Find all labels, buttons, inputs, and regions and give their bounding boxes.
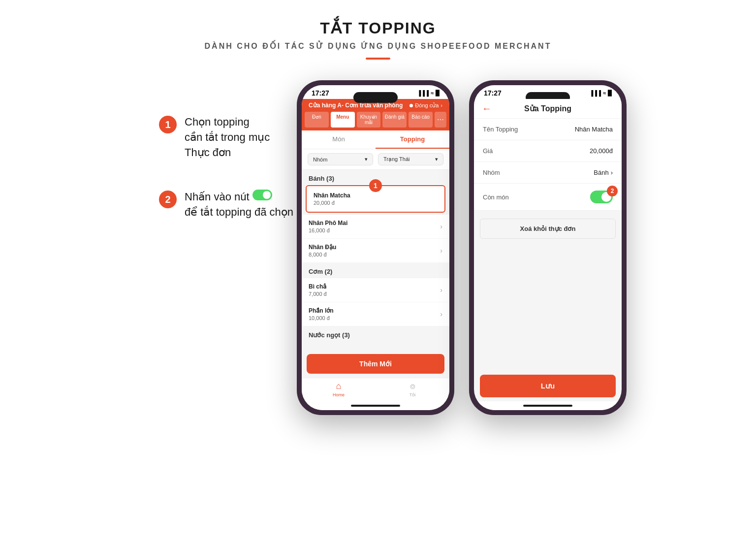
chevron-dau: › bbox=[440, 247, 442, 255]
home-icon: ⌂ bbox=[336, 381, 342, 391]
step-indicator-2: 2 bbox=[607, 186, 618, 196]
nav-toi-label: Tôi bbox=[410, 392, 416, 397]
add-topping-button[interactable]: Thêm Mới bbox=[307, 354, 444, 374]
home-indicator-2 bbox=[474, 401, 622, 410]
topping-item-dau[interactable]: Nhân Đậu 8,000 đ › bbox=[302, 239, 449, 262]
signal-icon: ▐▐▐ bbox=[417, 90, 429, 96]
field-nhom: Nhóm Bánh › bbox=[474, 162, 622, 184]
label-gia: Giá bbox=[483, 147, 493, 155]
time-2: 17:27 bbox=[484, 89, 502, 97]
chevron-phan-lon: › bbox=[440, 310, 442, 318]
chevron-pho-mai: › bbox=[440, 223, 442, 230]
topping-list: Bánh (3) 1 Nhân Matcha 20,000 đ Nhân Phô… bbox=[302, 170, 449, 350]
page-header: TẮT TOPPING DÀNH CHO ĐỐI TÁC SỬ DỤNG ỨNG… bbox=[0, 0, 756, 65]
nav-toi[interactable]: ⌾ Tôi bbox=[376, 381, 449, 397]
tab-khuyen-mai[interactable]: Khuyến mãi bbox=[357, 112, 381, 128]
battery-icon-2: ▉ bbox=[608, 90, 612, 97]
store-status: Đóng cửa › bbox=[410, 102, 442, 109]
field-gia: Giá 20,000đ bbox=[474, 140, 622, 162]
value-gia: 20,000đ bbox=[590, 147, 613, 155]
field-ten-topping: Tên Topping Nhân Matcha bbox=[474, 119, 622, 140]
back-button[interactable]: ← bbox=[482, 103, 492, 114]
nav-home-label: Home bbox=[333, 392, 345, 397]
instruction-text-1: Chọn toppingcần tắt trong mụcThực đơn bbox=[185, 115, 270, 160]
status-icons-1: ▐▐▐ ≈ ▉ bbox=[417, 90, 440, 97]
status-bar-1: 17:27 ▐▐▐ ≈ ▉ bbox=[302, 85, 449, 99]
field-con-mon: Còn món 2 bbox=[474, 184, 622, 211]
topping-item-bi-cha[interactable]: Bì chả 7,000 đ › bbox=[302, 278, 449, 302]
filter-row: Nhóm ▾ Trạng Thái ▾ bbox=[302, 149, 449, 170]
battery-icon: ▉ bbox=[436, 90, 440, 97]
time-1: 17:27 bbox=[312, 89, 329, 97]
chevron-nhom: › bbox=[611, 169, 613, 176]
tab-danh-gia[interactable]: Đánh giá bbox=[382, 112, 407, 128]
wifi-icon: ≈ bbox=[431, 90, 434, 96]
step-badge-2: 2 bbox=[159, 191, 177, 208]
instruction-2: 2 Nhấn vào nút để tắt topping đã chọn bbox=[159, 190, 297, 220]
topping-bi-cha-name: Bì chả bbox=[309, 283, 327, 290]
con-mon-toggle-container: 2 bbox=[590, 191, 613, 203]
chevron-bi-cha: › bbox=[440, 286, 442, 294]
edit-page-title: Sửa Topping bbox=[524, 104, 571, 113]
topping-phan-lon-price: 10,000 đ bbox=[309, 315, 334, 321]
value-nhom[interactable]: Bánh › bbox=[594, 169, 613, 176]
subtab-topping[interactable]: Topping bbox=[376, 130, 449, 149]
bottom-nav-1: ⌂ Home ⌾ Tôi bbox=[302, 378, 449, 401]
topping-nhan-matcha-price: 20,000 đ bbox=[314, 200, 350, 206]
home-bar-2 bbox=[523, 405, 572, 407]
phone-2-screen: 17:27 ▐▐▐ ≈ ▉ ← Sửa Topping Tên bbox=[474, 85, 622, 410]
edit-form: Tên Topping Nhân Matcha Giá 20,000đ Nhóm… bbox=[474, 119, 622, 371]
subtab-mon[interactable]: Món bbox=[302, 130, 376, 149]
edit-header: ← Sửa Topping bbox=[474, 99, 622, 119]
page-subtitle: DÀNH CHO ĐỐI TÁC SỬ DỤNG ỨNG DỤNG SHOPEE… bbox=[0, 41, 756, 51]
instruction-1: 1 Chọn toppingcần tắt trong mụcThực đơn bbox=[159, 115, 297, 160]
page-title: TẮT TOPPING bbox=[0, 19, 756, 37]
tab-menu[interactable]: Menu bbox=[331, 112, 355, 128]
nav-tabs[interactable]: Đơn Menu Khuyến mãi Đánh giá Báo cáo ⋯ bbox=[302, 112, 449, 130]
topping-pho-mai-name: Nhân Phô Mai bbox=[309, 220, 347, 226]
status-dot bbox=[410, 104, 413, 107]
topping-dau-price: 8,000 đ bbox=[309, 252, 336, 257]
phone-1-screen: 17:27 ▐▐▐ ≈ ▉ Cửa hàng A- Cơm trưa văn p… bbox=[302, 85, 449, 410]
save-button[interactable]: Lưu bbox=[480, 375, 616, 397]
store-name: Cửa hàng A- Cơm trưa văn phòng bbox=[309, 102, 403, 109]
phone-1: 17:27 ▐▐▐ ≈ ▉ Cửa hàng A- Cơm trưa văn p… bbox=[297, 80, 454, 415]
topping-item-phan-lon[interactable]: Phần lớn 10,000 đ › bbox=[302, 302, 449, 326]
tab-bao-cao[interactable]: Báo cáo bbox=[409, 112, 433, 128]
header-divider bbox=[366, 58, 390, 60]
topping-phan-lon-name: Phần lớn bbox=[309, 307, 334, 314]
label-con-mon: Còn món bbox=[483, 193, 509, 201]
topping-item-pho-mai[interactable]: Nhân Phô Mai 16,000 đ › bbox=[302, 215, 449, 238]
status-icons-2: ▐▐▐ ≈ ▉ bbox=[590, 90, 612, 97]
instructions-panel: 1 Chọn toppingcần tắt trong mụcThực đơn … bbox=[129, 75, 297, 250]
topping-bi-cha-price: 7,000 đ bbox=[309, 291, 327, 297]
sub-tabs[interactable]: Món Topping bbox=[302, 130, 449, 149]
home-indicator-1 bbox=[302, 401, 449, 410]
nav-home[interactable]: ⌂ Home bbox=[302, 381, 376, 397]
notch-1 bbox=[353, 92, 398, 103]
wifi-icon-2: ≈ bbox=[603, 90, 606, 96]
toggle-icon-inline bbox=[252, 190, 272, 200]
phone-2: 17:27 ▐▐▐ ≈ ▉ ← Sửa Topping Tên bbox=[469, 80, 627, 415]
section-nuoc: Nước ngọt (3) bbox=[302, 326, 449, 342]
status-bar-2: 17:27 ▐▐▐ ≈ ▉ bbox=[474, 85, 622, 99]
user-icon: ⌾ bbox=[410, 381, 415, 391]
topping-dau-name: Nhân Đậu bbox=[309, 244, 336, 251]
step-indicator-1: 1 bbox=[369, 179, 382, 192]
label-nhom: Nhóm bbox=[483, 169, 500, 176]
tab-don[interactable]: Đơn bbox=[305, 112, 329, 128]
tab-more[interactable]: ⋯ bbox=[435, 112, 446, 128]
signal-icon-2: ▐▐▐ bbox=[590, 90, 601, 96]
home-bar-1 bbox=[351, 405, 400, 407]
delete-button[interactable]: Xoá khỏi thực đơn bbox=[480, 219, 616, 239]
step-badge-1: 1 bbox=[159, 116, 177, 133]
topping-pho-mai-price: 16,000 đ bbox=[309, 227, 347, 233]
filter-status[interactable]: Trạng Thái ▾ bbox=[378, 153, 443, 165]
label-ten-topping: Tên Topping bbox=[483, 126, 518, 133]
instruction-text-2: Nhấn vào nút để tắt topping đã chọn bbox=[185, 190, 293, 220]
filter-group[interactable]: Nhóm ▾ bbox=[308, 153, 373, 165]
topping-nhan-matcha-name: Nhân Matcha bbox=[314, 192, 350, 199]
section-com: Cơm (2) bbox=[302, 263, 449, 278]
highlighted-topping-item[interactable]: 1 Nhân Matcha 20,000 đ bbox=[306, 185, 445, 213]
main-content: 1 Chọn toppingcần tắt trong mụcThực đơn … bbox=[0, 65, 756, 415]
